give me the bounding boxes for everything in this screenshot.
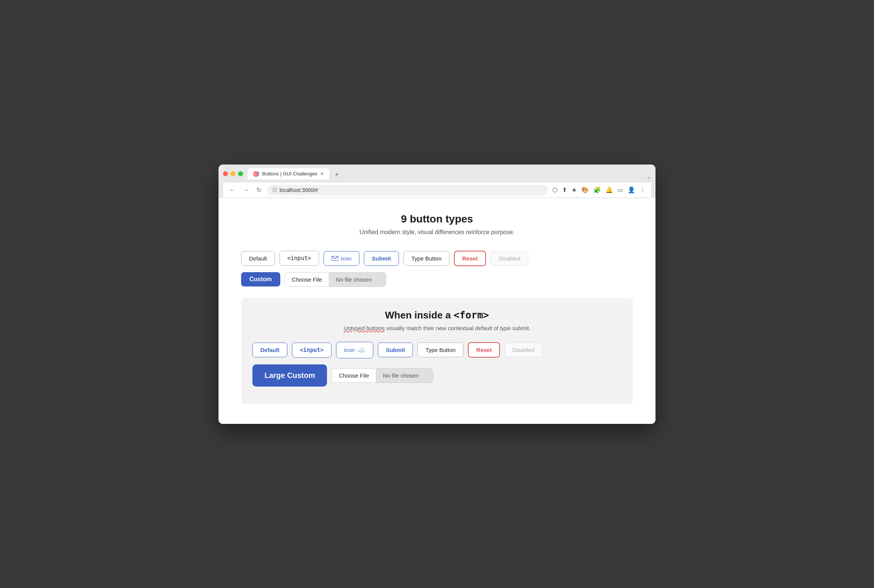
section-subtitle: Untyped buttons visually match their new… — [252, 325, 622, 331]
address-field[interactable]: ⓘ localhost:3000/# — [267, 185, 548, 195]
bookmark-icon[interactable]: ★ — [571, 186, 578, 194]
tab-expand-icon[interactable]: ⌄ — [646, 174, 651, 180]
cloud-icon: ☁️ — [357, 346, 365, 354]
notifications-icon[interactable]: 🔔 — [605, 186, 614, 194]
external-link-icon[interactable]: ⬡ — [552, 186, 558, 194]
tab-bar: 🎯 Buttons | GUI Challenges ✕ + ⌄ — [248, 168, 651, 180]
email-icon — [332, 256, 338, 261]
page-subtitle: Unified modern style, visual differences… — [241, 229, 633, 236]
form-type-button[interactable]: Type Button — [417, 343, 463, 357]
input-button[interactable]: <input> — [280, 251, 319, 266]
page-content: 9 button types Unified modern style, vis… — [218, 198, 656, 424]
close-button[interactable] — [223, 171, 228, 176]
button-row-2: Custom Choose File No file chosen — [241, 272, 633, 287]
form-choose-file-button[interactable]: Choose File — [332, 369, 376, 382]
form-input-button[interactable]: <input> — [292, 343, 332, 358]
security-icon: ⓘ — [272, 187, 277, 193]
more-icon[interactable]: ⋮ — [639, 186, 646, 194]
form-disabled-button: Disabled — [504, 343, 542, 357]
form-default-button[interactable]: Default — [252, 343, 287, 357]
form-reset-button[interactable]: Reset — [468, 342, 500, 358]
section-title-code: <form> — [454, 309, 489, 321]
button-row-1: Default <input> Icon Submit Type Button … — [241, 251, 633, 266]
form-button-row-1: Default <input> Icon ☁️ Submit Type Butt… — [252, 342, 622, 358]
tab-label: Buttons | GUI Challenges — [262, 171, 317, 177]
share-icon[interactable]: ⬆ — [561, 186, 568, 194]
section-subtitle-rest: visually match their new contextual defa… — [385, 325, 530, 331]
custom-button[interactable]: Custom — [241, 272, 280, 286]
form-icon-button[interactable]: Icon ☁️ — [336, 342, 373, 358]
default-button[interactable]: Default — [241, 251, 275, 266]
forward-button[interactable]: → — [241, 186, 251, 194]
tab-favicon: 🎯 — [253, 171, 259, 177]
minimize-button[interactable] — [231, 171, 235, 176]
form-section: When inside a <form> Untyped buttons vis… — [241, 298, 633, 404]
form-icon-button-label: Icon — [344, 347, 354, 353]
file-input[interactable]: Choose File No file chosen — [285, 272, 386, 287]
maximize-button[interactable] — [238, 171, 243, 176]
toolbar-icons: ⬡ ⬆ ★ 🎨 🧩 🔔 ▭ 👤 ⋮ — [552, 186, 646, 194]
no-file-text: No file chosen — [329, 273, 386, 286]
type-button-button[interactable]: Type Button — [403, 251, 449, 266]
submit-button[interactable]: Submit — [364, 251, 399, 266]
disabled-button: Disabled — [490, 251, 528, 266]
address-bar: ← → ↻ ⓘ localhost:3000/# ⬡ ⬆ ★ 🎨 🧩 🔔 ▭ 👤… — [223, 183, 651, 198]
large-custom-button[interactable]: Large Custom — [252, 364, 327, 387]
form-button-row-2: Large Custom Choose File No file chosen — [252, 364, 622, 387]
url-text: localhost:3000/# — [280, 187, 318, 193]
active-tab[interactable]: 🎯 Buttons | GUI Challenges ✕ — [248, 168, 329, 180]
refresh-button[interactable]: ↻ — [255, 186, 263, 194]
extensions-icon[interactable]: 🧩 — [593, 186, 602, 194]
browser-window: 🎯 Buttons | GUI Challenges ✕ + ⌄ ← → ↻ ⓘ… — [218, 165, 656, 424]
icon-button[interactable]: Icon — [324, 251, 359, 266]
form-file-input[interactable]: Choose File No file chosen — [332, 368, 433, 383]
browser-chrome: 🎯 Buttons | GUI Challenges ✕ + ⌄ ← → ↻ ⓘ… — [218, 165, 656, 198]
theme-icon[interactable]: 🎨 — [581, 186, 590, 194]
reset-button[interactable]: Reset — [454, 251, 486, 266]
form-submit-button[interactable]: Submit — [378, 343, 413, 357]
title-bar: 🎯 Buttons | GUI Challenges ✕ + ⌄ — [223, 168, 651, 180]
page-title: 9 button types — [241, 213, 633, 225]
icon-button-label: Icon — [341, 255, 351, 262]
section-title: When inside a <form> — [252, 309, 622, 321]
back-button[interactable]: ← — [228, 186, 237, 194]
form-no-file-text: No file chosen — [376, 369, 433, 382]
profile-icon[interactable]: 👤 — [627, 186, 636, 194]
new-tab-button[interactable]: + — [332, 170, 341, 180]
tab-close-icon[interactable]: ✕ — [320, 171, 324, 177]
split-view-icon[interactable]: ▭ — [617, 186, 624, 194]
section-subtitle-underline: Untyped buttons — [344, 325, 385, 331]
traffic-lights — [223, 171, 243, 176]
choose-file-button[interactable]: Choose File — [285, 273, 329, 286]
section-title-prefix: When inside a — [385, 309, 454, 321]
